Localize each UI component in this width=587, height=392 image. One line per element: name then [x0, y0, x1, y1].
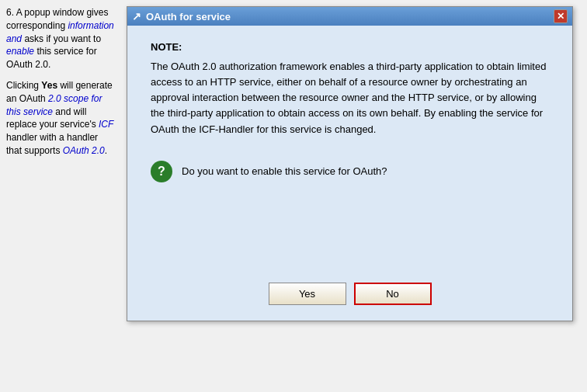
close-button[interactable]: ✕ [554, 9, 568, 23]
dialog-icon: ↗ [132, 10, 141, 23]
question-text: Do you want to enable this service for O… [182, 165, 387, 177]
title-left: ↗ OAuth for service [132, 10, 231, 23]
clicking-text: Clicking [6, 80, 41, 91]
note-label: NOTE: [151, 41, 549, 53]
icf-highlight: ICF [99, 119, 113, 130]
dialog-buttons: Yes No [151, 275, 549, 309]
yes-button[interactable]: Yes [269, 283, 346, 305]
dialog-area: ↗ OAuth for service ✕ NOTE: The OAuth 2.… [120, 0, 587, 392]
dialog-title: OAuth for service [146, 11, 231, 23]
dialog-body: NOTE: The OAuth 2.0 authorization framew… [127, 26, 572, 321]
dialog-body-text: The OAuth 2.0 authorization framework en… [151, 59, 549, 137]
yes-text: Yes [41, 80, 57, 91]
enable-highlight: enable [6, 46, 34, 57]
left-panel: 6. A popup window gives corresponding in… [0, 0, 120, 392]
question-row: ? Do you want to enable this service for… [151, 161, 549, 182]
oauth-dialog: ↗ OAuth for service ✕ NOTE: The OAuth 2.… [127, 6, 573, 321]
question-icon: ? [151, 161, 172, 182]
dialog-titlebar: ↗ OAuth for service ✕ [127, 7, 572, 26]
oauth-highlight: OAuth 2.0 [63, 145, 105, 156]
step-text2: asks if you want to [24, 33, 101, 44]
period: . [105, 145, 107, 156]
no-button[interactable]: No [354, 283, 432, 305]
